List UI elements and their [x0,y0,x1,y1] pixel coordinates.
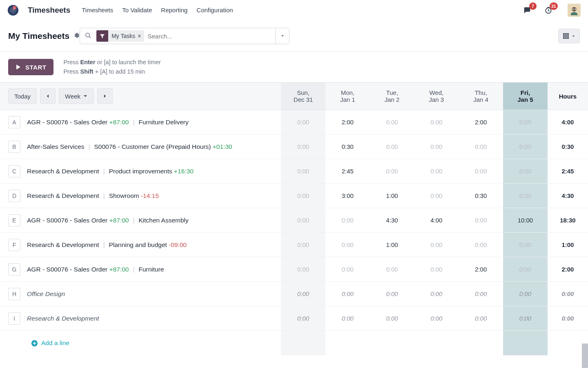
row-key-badge[interactable]: G [8,263,20,276]
search-box[interactable]: My Tasks× [80,28,276,44]
day-header: Wed,Jan 3 [414,82,459,110]
time-cell[interactable]: 0:00 [370,159,414,184]
messages-icon[interactable]: 7 [521,4,533,16]
time-cell[interactable]: 10:00 [503,208,548,233]
time-cell[interactable]: 4:30 [370,208,414,233]
search-input[interactable] [147,33,275,40]
app-logo-icon[interactable] [7,4,19,16]
time-cell[interactable]: 0:30 [325,135,370,159]
table-row[interactable]: FResearch & Development|Planning and bud… [0,233,588,257]
time-cell[interactable]: 0:00 [414,306,459,331]
time-cell[interactable]: 0:00 [370,282,414,306]
time-cell[interactable]: 0:00 [503,159,548,184]
scrollbar-thumb[interactable] [582,343,588,368]
time-cell[interactable]: 0:00 [281,306,325,331]
time-cell[interactable]: 1:00 [370,233,414,257]
start-timer-button[interactable]: START [8,59,53,75]
time-cell[interactable]: 2:45 [325,159,370,184]
time-cell[interactable]: 0:00 [459,282,503,306]
time-cell[interactable]: 0:00 [503,257,548,282]
time-cell[interactable]: 0:00 [281,159,325,184]
menu-reporting[interactable]: Reporting [161,7,187,13]
gear-icon[interactable] [74,32,80,40]
filter-funnel-icon[interactable] [96,30,108,42]
row-key-badge[interactable]: A [8,116,20,128]
row-key-badge[interactable]: D [8,190,20,202]
row-total: 0:00 [548,306,588,331]
app-title[interactable]: Timesheets [28,6,70,15]
row-key-badge[interactable]: H [8,288,20,300]
time-cell[interactable]: 0:00 [414,159,459,184]
row-key-badge[interactable]: I [8,312,20,325]
time-cell[interactable]: 0:00 [503,184,548,208]
time-cell[interactable]: 4:00 [414,208,459,233]
svg-rect-16 [565,37,567,39]
time-cell[interactable]: 0:00 [325,282,370,306]
time-cell[interactable]: 2:00 [459,110,503,135]
time-cell[interactable]: 2:00 [459,257,503,282]
time-cell[interactable]: 0:00 [414,135,459,159]
time-cell[interactable]: 0:00 [503,233,548,257]
time-cell[interactable]: 0:30 [459,184,503,208]
time-cell[interactable]: 0:00 [325,208,370,233]
row-key-badge[interactable]: C [8,165,20,177]
table-row[interactable]: IResearch & Development0:000:000:000:000… [0,306,588,331]
add-line-button[interactable]: Add a line [31,339,281,347]
time-cell[interactable]: 0:00 [281,110,325,135]
time-cell[interactable]: 0:00 [370,110,414,135]
time-cell[interactable]: 0:00 [414,257,459,282]
time-cell[interactable]: 0:00 [459,306,503,331]
time-cell[interactable]: 0:00 [325,257,370,282]
activity-icon[interactable]: 31 [542,4,555,16]
time-cell[interactable]: 0:00 [370,306,414,331]
time-cell[interactable]: 0:00 [281,282,325,306]
time-cell[interactable]: 0:00 [459,135,503,159]
time-cell[interactable]: 3:00 [325,184,370,208]
day-header: Mon,Jan 1 [325,82,370,110]
row-key-badge[interactable]: F [8,239,20,251]
table-row[interactable]: DResearch & Development|Showroom -14:150… [0,184,588,208]
prev-period-button[interactable] [40,88,56,104]
menu-timesheets[interactable]: Timesheets [82,7,113,13]
time-cell[interactable]: 0:00 [281,184,325,208]
time-cell[interactable]: 0:00 [281,135,325,159]
filter-chip-my-tasks[interactable]: My Tasks× [108,30,144,42]
time-cell[interactable]: 0:00 [325,233,370,257]
time-cell[interactable]: 1:00 [370,184,414,208]
search-dropdown-button[interactable] [276,28,290,44]
today-button[interactable]: Today [8,88,37,104]
time-cell[interactable]: 0:00 [370,135,414,159]
time-cell[interactable]: 0:00 [503,135,548,159]
table-row[interactable]: GAGR - S00076 - Sales Order +87:00|Furni… [0,257,588,282]
time-cell[interactable]: 0:00 [503,282,548,306]
time-cell[interactable]: 0:00 [459,208,503,233]
menu-configuration[interactable]: Configuration [196,7,233,13]
next-period-button[interactable] [97,88,113,104]
row-key-badge[interactable]: B [8,141,20,153]
time-cell[interactable]: 0:00 [325,306,370,331]
time-cell[interactable]: 0:00 [459,233,503,257]
time-cell[interactable]: 0:00 [414,184,459,208]
time-cell[interactable]: 0:00 [281,208,325,233]
time-cell[interactable]: 0:00 [414,282,459,306]
user-avatar[interactable] [568,4,581,17]
time-cell[interactable]: 0:00 [414,110,459,135]
table-row[interactable]: EAGR - S00076 - Sales Order +87:00|Kitch… [0,208,588,233]
filter-chip-remove-icon[interactable]: × [138,33,141,39]
time-cell[interactable]: 0:00 [414,233,459,257]
range-selector[interactable]: Week [59,88,94,104]
time-cell[interactable]: 0:00 [503,306,548,331]
time-cell[interactable]: 0:00 [281,257,325,282]
time-cell[interactable]: 0:00 [503,110,548,135]
time-cell[interactable]: 0:00 [281,233,325,257]
table-row[interactable]: HOffice Design0:000:000:000:000:000:000:… [0,282,588,306]
table-row[interactable]: BAfter-Sales Services|S00076 - Customer … [0,135,588,159]
time-cell[interactable]: 0:00 [370,257,414,282]
table-row[interactable]: CResearch & Development|Product improvem… [0,159,588,184]
time-cell[interactable]: 0:00 [459,159,503,184]
time-cell[interactable]: 2:00 [325,110,370,135]
menu-to-validate[interactable]: To Validate [122,7,152,13]
table-row[interactable]: AAGR - S00076 - Sales Order +87:00|Furni… [0,110,588,135]
view-switch-grid[interactable] [558,29,580,43]
row-key-badge[interactable]: E [8,214,20,227]
